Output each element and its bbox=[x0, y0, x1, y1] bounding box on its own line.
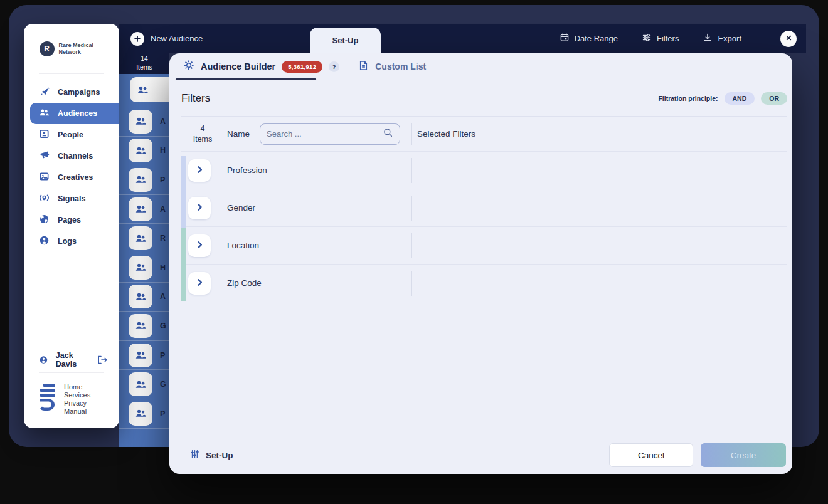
expand-button[interactable] bbox=[188, 234, 211, 257]
column-divider bbox=[756, 271, 756, 296]
export-button[interactable]: Export bbox=[703, 33, 741, 45]
sidebar-item-audiences[interactable]: Audiences bbox=[30, 103, 119, 124]
tab-custom-list[interactable]: Custom List bbox=[358, 60, 426, 73]
or-group-strip bbox=[181, 228, 186, 301]
sidebar-item-channels[interactable]: Channels bbox=[24, 145, 119, 167]
audience-item[interactable]: R bbox=[119, 224, 169, 253]
filters-button[interactable]: Filters bbox=[642, 33, 679, 45]
modal-footer: Set-Up Cancel Create bbox=[169, 436, 792, 474]
users-icon bbox=[129, 372, 152, 396]
new-audience-button[interactable]: New Audience bbox=[130, 32, 203, 46]
help-icon[interactable]: ? bbox=[329, 61, 339, 72]
footer-link-home[interactable]: Home bbox=[64, 383, 90, 391]
audience-item[interactable]: G bbox=[119, 312, 169, 341]
close-button[interactable] bbox=[780, 31, 797, 47]
sidebar-item-pages[interactable]: Pages bbox=[24, 209, 119, 231]
sidebar-footer: Home Services Privacy Manual bbox=[24, 373, 119, 428]
calendar-icon bbox=[560, 33, 570, 45]
filtration-label: Filtration principle: bbox=[658, 95, 718, 102]
topbar-actions: Date Range Filters Export bbox=[560, 31, 806, 47]
audience-item[interactable]: A bbox=[119, 195, 169, 224]
filter-row-gender: Gender bbox=[181, 189, 787, 226]
logout-icon[interactable] bbox=[97, 355, 108, 365]
column-divider bbox=[411, 233, 412, 258]
sidebar: R Rare Medical Network Campaigns Audienc… bbox=[24, 24, 119, 428]
user-circle-icon bbox=[39, 235, 50, 248]
audience-item-label: H bbox=[160, 146, 166, 155]
filters-heading: Filters bbox=[181, 92, 210, 105]
or-toggle[interactable]: OR bbox=[761, 92, 787, 105]
count-value: 14 bbox=[119, 55, 169, 63]
create-button[interactable]: Create bbox=[701, 443, 786, 467]
sidebar-item-label: Pages bbox=[58, 216, 81, 224]
footer-link-privacy[interactable]: Privacy bbox=[64, 399, 90, 407]
sidebar-item-logs[interactable]: Logs bbox=[24, 231, 119, 252]
document-icon bbox=[358, 60, 369, 73]
audience-count-badge: 5,361,912 bbox=[282, 61, 322, 73]
tab-audience-builder[interactable]: Audience Builder 5,361,912 ? bbox=[183, 60, 339, 73]
export-label: Export bbox=[718, 34, 741, 43]
filter-rows: Profession Gender Location bbox=[181, 151, 787, 302]
sidebar-item-label: Audiences bbox=[58, 109, 97, 118]
setup-step: Set-Up bbox=[189, 449, 233, 462]
filter-row-zip-code: Zip Code bbox=[181, 264, 787, 302]
filters-table: 4 Items Name Selected Filters bbox=[181, 117, 787, 302]
audience-item[interactable]: H bbox=[119, 137, 169, 166]
column-divider bbox=[756, 196, 756, 221]
expand-button[interactable] bbox=[188, 159, 211, 182]
and-toggle[interactable]: AND bbox=[724, 92, 755, 105]
sidebar-item-signals[interactable]: Signals bbox=[24, 188, 119, 209]
audience-item[interactable]: P bbox=[119, 341, 169, 370]
footer-link-manual[interactable]: Manual bbox=[64, 407, 90, 416]
chevron-right-icon bbox=[195, 278, 204, 289]
users-icon bbox=[129, 314, 152, 338]
sidebar-item-people[interactable]: People bbox=[24, 124, 119, 145]
filters-header: Filters Filtration principle: AND OR bbox=[169, 80, 792, 116]
id-card-icon bbox=[39, 129, 50, 141]
tab-set-up[interactable]: Set-Up bbox=[310, 28, 381, 53]
date-range-label: Date Range bbox=[575, 34, 618, 43]
expand-button[interactable] bbox=[188, 197, 211, 219]
search-box bbox=[260, 123, 400, 145]
users-icon bbox=[137, 84, 149, 96]
audience-item-label: H bbox=[160, 263, 166, 272]
top-navbar: New Audience Date Range Filters Export bbox=[119, 24, 806, 53]
audience-item-selected[interactable] bbox=[130, 77, 169, 102]
brand-name: Rare Medical Network bbox=[59, 42, 104, 56]
column-divider bbox=[756, 158, 756, 183]
search-input[interactable] bbox=[267, 129, 383, 139]
audience-item[interactable]: A bbox=[119, 283, 169, 312]
users-icon bbox=[129, 256, 152, 280]
search-icon[interactable] bbox=[383, 127, 393, 140]
table-header: 4 Items Name Selected Filters bbox=[181, 117, 787, 151]
globe-icon bbox=[39, 214, 50, 226]
date-range-button[interactable]: Date Range bbox=[560, 33, 618, 45]
users-icon bbox=[129, 402, 152, 426]
sidebar-item-label: People bbox=[58, 130, 83, 139]
users-icon bbox=[39, 107, 50, 120]
chevron-right-icon bbox=[195, 202, 204, 214]
audience-item[interactable]: P bbox=[119, 399, 169, 429]
count-label: Items bbox=[181, 134, 224, 144]
column-divider bbox=[411, 196, 412, 221]
selected-filters-column-header: Selected Filters bbox=[417, 129, 475, 139]
users-icon bbox=[129, 110, 152, 134]
audience-item[interactable]: P bbox=[119, 165, 169, 195]
filter-name: Location bbox=[227, 241, 259, 250]
sidebar-item-campaigns[interactable]: Campaigns bbox=[24, 81, 119, 103]
footer-links: Home Services Privacy Manual bbox=[64, 383, 90, 416]
audience-items: A H P A R H A G P G P bbox=[119, 107, 169, 429]
footer-link-services[interactable]: Services bbox=[64, 391, 90, 399]
audience-item[interactable]: H bbox=[119, 253, 169, 283]
user-circle-icon bbox=[39, 354, 48, 365]
audience-item[interactable]: G bbox=[119, 370, 169, 399]
vertical-sliders-icon bbox=[189, 449, 200, 462]
audience-item-label: A bbox=[160, 205, 166, 214]
expand-button[interactable] bbox=[188, 272, 211, 295]
sidebar-item-creatives[interactable]: Creatives bbox=[24, 167, 119, 188]
filter-row-profession: Profession bbox=[181, 151, 787, 189]
cancel-button[interactable]: Cancel bbox=[609, 443, 693, 467]
modal-tabs: Audience Builder 5,361,912 ? Custom List bbox=[169, 53, 792, 80]
audience-item[interactable]: A bbox=[119, 107, 169, 137]
audience-item-label: A bbox=[160, 117, 166, 126]
